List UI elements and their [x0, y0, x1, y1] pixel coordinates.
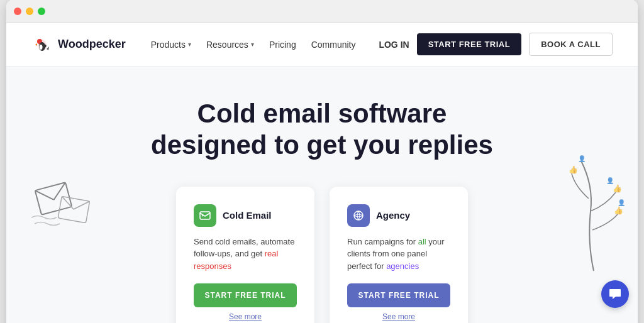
svg-point-23	[354, 211, 363, 220]
login-button[interactable]: LOG IN	[379, 40, 409, 50]
nav-links: Products ▾ Resources ▾ Pricing Community	[151, 40, 367, 50]
svg-text:👤: 👤	[618, 199, 625, 207]
close-button[interactable]	[14, 8, 21, 15]
svg-text:👍: 👍	[613, 183, 622, 193]
svg-text:👍: 👍	[614, 205, 623, 215]
agency-start-trial-button[interactable]: START FREE TRIAL	[347, 283, 450, 307]
cold-email-card-desc: Send cold emails, automate follow-ups, a…	[194, 236, 297, 273]
cold-email-card-header: Cold Email	[194, 204, 297, 227]
agency-card-desc: Run campaigns for all your clients from …	[347, 236, 450, 273]
minimize-button[interactable]	[26, 8, 33, 15]
browser-titlebar	[6, 0, 638, 23]
woodpecker-logo-icon	[31, 34, 53, 55]
chevron-down-icon: ▾	[251, 41, 254, 48]
book-a-call-button[interactable]: BOOK A CALL	[529, 33, 613, 56]
svg-text:👍: 👍	[569, 165, 578, 174]
agency-card: Agency Run campaigns for all your client…	[330, 187, 468, 323]
cold-email-card-title: Cold Email	[223, 210, 272, 221]
cards-container: Cold Email Send cold emails, automate fo…	[31, 187, 613, 323]
maximize-button[interactable]	[38, 8, 45, 15]
cold-email-see-more-link[interactable]: See more	[194, 312, 297, 321]
svg-point-8	[40, 45, 43, 50]
hero-title: Cold email software designed to get you …	[31, 98, 613, 162]
cold-email-card: Cold Email Send cold emails, automate fo…	[176, 187, 314, 323]
chevron-down-icon: ▾	[188, 41, 191, 48]
cold-email-icon	[194, 204, 216, 227]
agency-see-more-link[interactable]: See more	[347, 312, 450, 321]
svg-text:👤: 👤	[578, 155, 586, 163]
agency-card-title: Agency	[376, 210, 410, 221]
start-free-trial-button[interactable]: START FREE TRIAL	[417, 33, 522, 55]
browser-window: Woodpecker Products ▾ Resources ▾ Pricin…	[6, 0, 638, 323]
logo-text: Woodpecker	[58, 38, 126, 51]
cold-email-start-trial-button[interactable]: START FREE TRIAL	[194, 283, 297, 307]
logo-area[interactable]: Woodpecker	[31, 34, 126, 55]
navbar: Woodpecker Products ▾ Resources ▾ Pricin…	[6, 23, 638, 67]
agency-card-header: Agency	[347, 204, 450, 227]
svg-text:👤: 👤	[606, 177, 614, 185]
nav-right: LOG IN START FREE TRIAL BOOK A CALL	[379, 33, 613, 56]
hero-section: 👍 👍 👍 👤 👤 👤 Cold email software designed…	[6, 67, 638, 323]
agency-icon	[347, 204, 370, 227]
nav-community[interactable]: Community	[311, 40, 356, 50]
nav-products[interactable]: Products ▾	[151, 40, 191, 50]
svg-rect-21	[200, 212, 210, 219]
nav-pricing[interactable]: Pricing	[269, 40, 296, 50]
nav-resources[interactable]: Resources ▾	[206, 40, 254, 50]
